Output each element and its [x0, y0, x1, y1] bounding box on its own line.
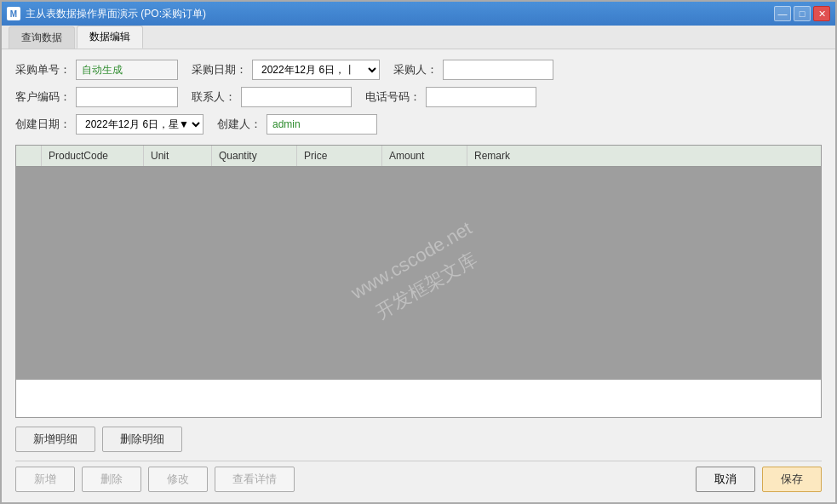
bottom-bar-left: 新增 删除 修改 查看详情 [15, 467, 295, 492]
creator-input[interactable] [267, 114, 377, 135]
title-bar-left: M 主从表数据操作界面演示 (PO:采购订单) [7, 7, 206, 21]
purchaser-input[interactable] [443, 60, 553, 80]
contact-label: 联系人： [192, 89, 236, 105]
title-bar: M 主从表数据操作界面演示 (PO:采购订单) — □ ✕ [2, 2, 835, 26]
phone-label: 电话号码： [365, 89, 421, 105]
watermark: www.cscode.net 开发框架文库 [345, 214, 492, 333]
field-create-date: 创建日期： 2022年12月 6日，星▼ [15, 114, 204, 135]
minimize-button[interactable]: — [774, 6, 791, 21]
cancel-button[interactable]: 取消 [696, 467, 755, 492]
delete-button[interactable]: 删除 [82, 467, 141, 492]
create-date-select[interactable]: 2022年12月 6日，星▼ [76, 114, 204, 135]
purchaser-label: 采购人： [393, 62, 438, 77]
purchase-date-select[interactable]: 2022年12月 6日，丨 [252, 60, 380, 80]
col-remark: Remark [467, 146, 821, 166]
phone-input[interactable] [426, 87, 536, 107]
tab-bar: 查询数据 数据编辑 [2, 26, 835, 49]
purchase-date-label: 采购日期： [192, 62, 247, 77]
delete-detail-button[interactable]: 删除明细 [102, 427, 182, 452]
contact-input[interactable] [241, 87, 352, 107]
customer-code-input[interactable] [76, 87, 178, 107]
create-date-label: 创建日期： [15, 117, 71, 132]
col-price: Price [297, 146, 382, 166]
form-row-3: 创建日期： 2022年12月 6日，星▼ 创建人： [15, 114, 822, 135]
form-row-1: 采购单号： 采购日期： 2022年12月 6日，丨 采购人： [15, 60, 822, 80]
view-button[interactable]: 查看详情 [215, 467, 295, 492]
bottom-bar-right: 取消 保存 [696, 467, 822, 492]
purchase-no-input[interactable] [76, 60, 178, 80]
form-section: 采购单号： 采购日期： 2022年12月 6日，丨 采购人： 客户编码： [15, 60, 822, 135]
title-buttons: — □ ✕ [774, 6, 830, 21]
field-creator: 创建人： [217, 114, 377, 135]
new-button[interactable]: 新增 [15, 467, 75, 492]
field-purchase-date: 采购日期： 2022年12月 6日，丨 [192, 60, 380, 80]
tab-edit[interactable]: 数据编辑 [77, 26, 143, 49]
content-area: 采购单号： 采购日期： 2022年12月 6日，丨 采购人： 客户编码： [2, 49, 835, 502]
col-checkbox [16, 146, 42, 166]
table-body: www.cscode.net 开发框架文库 [16, 167, 821, 380]
field-customer-code: 客户编码： [15, 87, 178, 107]
col-product-code: ProductCode [42, 146, 144, 166]
field-purchase-no: 采购单号： [15, 60, 178, 80]
close-button[interactable]: ✕ [813, 6, 830, 21]
tab-query[interactable]: 查询数据 [9, 26, 75, 49]
add-detail-button[interactable]: 新增明细 [15, 427, 95, 452]
customer-code-label: 客户编码： [15, 89, 71, 105]
restore-button[interactable]: □ [794, 6, 811, 21]
col-amount: Amount [382, 146, 467, 166]
purchase-no-label: 采购单号： [15, 62, 71, 77]
col-quantity: Quantity [212, 146, 297, 166]
table-area: ProductCode Unit Quantity Price Amount R… [15, 145, 822, 418]
main-window: M 主从表数据操作界面演示 (PO:采购订单) — □ ✕ 查询数据 数据编辑 … [0, 0, 837, 504]
window-title: 主从表数据操作界面演示 (PO:采购订单) [26, 7, 206, 21]
modify-button[interactable]: 修改 [148, 467, 208, 492]
action-bar: 新增明细 删除明细 [15, 427, 822, 452]
field-contact: 联系人： [192, 87, 352, 107]
form-row-2: 客户编码： 联系人： 电话号码： [15, 87, 822, 107]
col-unit: Unit [144, 146, 212, 166]
app-icon: M [7, 7, 20, 20]
creator-label: 创建人： [217, 117, 261, 132]
table-header: ProductCode Unit Quantity Price Amount R… [16, 146, 821, 167]
bottom-bar: 新增 删除 修改 查看详情 取消 保存 [15, 461, 822, 492]
save-button[interactable]: 保存 [762, 467, 822, 492]
field-phone: 电话号码： [365, 87, 536, 107]
field-purchaser: 采购人： [393, 60, 553, 80]
